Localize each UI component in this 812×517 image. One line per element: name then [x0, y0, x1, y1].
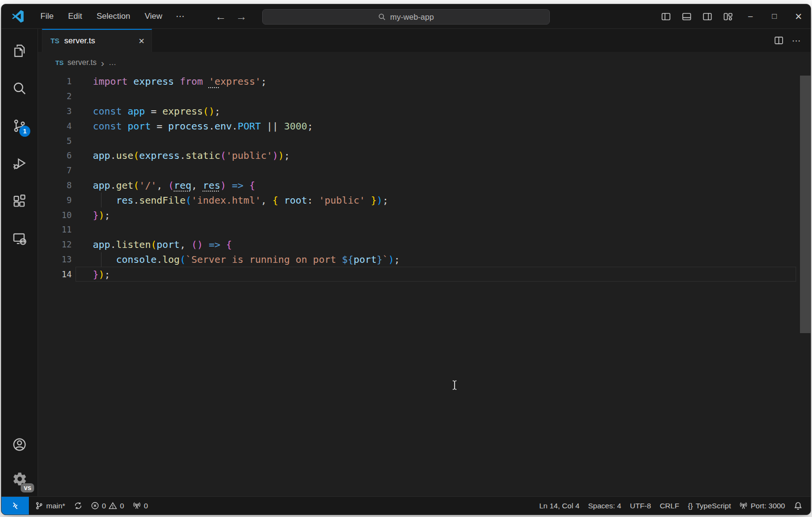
sync-changes-button[interactable] — [70, 497, 87, 515]
code-token: 'index.html' — [191, 194, 261, 206]
code-token: => — [209, 239, 220, 250]
code-token: = — [156, 120, 162, 132]
breadcrumb-symbol-more[interactable]: … — [109, 58, 116, 67]
code-token: , — [191, 180, 197, 191]
menu-file[interactable]: File — [34, 9, 60, 24]
code-line[interactable]: 13 console.log(`Server is running on por… — [38, 252, 811, 267]
code-token: express — [139, 150, 179, 161]
code-token: ( — [133, 150, 139, 161]
window-close-button[interactable]: ✕ — [787, 4, 811, 28]
code-token — [145, 105, 151, 117]
code-token — [122, 105, 127, 117]
code-token: ( — [191, 239, 197, 250]
code-line[interactable]: 10}); — [38, 207, 811, 222]
line-content: app.use(express.static('public')); — [72, 150, 290, 161]
code-token: ( — [186, 194, 191, 206]
line-content: app.get('/', (req, res) => { — [72, 180, 255, 191]
code-line[interactable]: 12app.listen(port, () => { — [38, 237, 811, 252]
window-minimize-button[interactable]: – — [738, 4, 762, 28]
error-count: 0 — [102, 502, 106, 510]
forwarded-ports-status[interactable]: 0 — [128, 497, 152, 515]
titlebar-right-controls: – □ ✕ — [656, 4, 811, 28]
window-maximize-button[interactable]: □ — [762, 4, 787, 28]
source-control-icon[interactable]: 1 — [1, 107, 38, 144]
split-editor-icon[interactable] — [771, 32, 787, 49]
port-forward-status[interactable]: Port: 3000 — [735, 497, 789, 515]
menu-view[interactable]: View — [138, 9, 169, 24]
code-token: app — [93, 150, 110, 161]
code-line[interactable]: 11 — [38, 222, 811, 237]
remote-indicator[interactable] — [1, 497, 29, 515]
line-content: app.listen(port, () => { — [72, 239, 232, 250]
navigate-forward-icon[interactable]: → — [236, 4, 247, 28]
extensions-icon[interactable] — [1, 182, 38, 220]
code-token: port — [354, 254, 377, 265]
toggle-sidebar-icon[interactable] — [656, 4, 676, 28]
code-token: ) — [99, 209, 104, 221]
settings-gear-icon[interactable]: vs — [1, 462, 38, 496]
explorer-icon[interactable] — [1, 32, 38, 69]
code-line[interactable]: 8app.get('/', (req, res) => { — [38, 178, 811, 193]
remote-icon — [11, 501, 20, 510]
code-line[interactable]: 7 — [38, 163, 811, 178]
eol-status[interactable]: CRLF — [655, 497, 683, 515]
navigate-back-icon[interactable]: ← — [215, 4, 226, 28]
code-token: ; — [382, 194, 388, 206]
menu-selection[interactable]: Selection — [90, 9, 137, 24]
code-token: ${ — [342, 254, 354, 265]
code-token: . — [232, 120, 238, 132]
vscode-logo-icon — [12, 10, 24, 23]
code-line[interactable]: 4const port = process.env.PORT || 3000; — [38, 118, 811, 133]
code-token: . — [133, 194, 139, 206]
problems-status[interactable]: 0 0 — [87, 497, 128, 515]
code-token: { — [226, 239, 232, 250]
code-token: static — [186, 150, 220, 161]
code-token: root — [284, 194, 307, 206]
remote-explorer-icon[interactable] — [1, 220, 38, 257]
code-token: ` — [382, 254, 388, 265]
git-branch-status[interactable]: main* — [31, 497, 70, 515]
customize-layout-icon[interactable] — [718, 4, 738, 28]
warning-count: 0 — [120, 502, 124, 510]
code-line[interactable]: 1import express from 'express'; — [38, 74, 811, 89]
toggle-secondary-sidebar-icon[interactable] — [697, 4, 718, 28]
encoding-status[interactable]: UTF-8 — [625, 497, 655, 515]
notifications-bell[interactable] — [789, 497, 807, 515]
command-center-search[interactable]: my-web-app — [262, 9, 550, 25]
line-number: 4 — [38, 121, 72, 131]
code-line[interactable]: 5 — [38, 133, 811, 148]
code-line[interactable]: 14}); — [38, 267, 811, 282]
language-text: TypeScript — [696, 502, 731, 510]
indentation-status[interactable]: Spaces: 4 — [584, 497, 626, 515]
menu-edit[interactable]: Edit — [61, 9, 89, 24]
editor-more-actions-icon[interactable]: ⋯ — [789, 35, 805, 46]
code-token: . — [156, 254, 162, 265]
code-line[interactable]: 3const app = express(); — [38, 104, 811, 119]
tab-server-ts[interactable]: TS server.ts ✕ — [42, 29, 152, 52]
code-token: { — [272, 194, 278, 206]
run-debug-icon[interactable] — [1, 144, 38, 182]
search-value: my-web-app — [390, 13, 434, 22]
code-token — [122, 120, 127, 132]
cursor-position-status[interactable]: Ln 14, Col 4 — [535, 497, 584, 515]
code-token: `Server is running on port — [186, 254, 342, 265]
code-line[interactable]: 9 res.sendFile('index.html', { root: 'pu… — [38, 193, 811, 207]
toggle-panel-icon[interactable] — [676, 4, 697, 28]
code-token: ) — [272, 150, 278, 161]
code-line[interactable]: 6app.use(express.static('public')); — [38, 148, 811, 163]
code-token — [186, 239, 191, 250]
code-token: 3000 — [284, 120, 307, 132]
code-token: port — [156, 239, 179, 250]
code-editor[interactable]: 1import express from 'express';23const a… — [38, 73, 811, 496]
editor-actions: ⋯ — [771, 29, 811, 52]
code-token: . — [110, 150, 116, 161]
accounts-icon[interactable] — [1, 427, 38, 462]
search-view-icon[interactable] — [1, 69, 38, 107]
code-line[interactable]: 2 — [38, 89, 811, 104]
menu-more-ellipsis[interactable]: ⋯ — [170, 9, 191, 24]
language-mode-status[interactable]: {} TypeScript — [684, 497, 736, 515]
editor-scrollbar[interactable] — [800, 76, 811, 333]
tab-close-icon[interactable]: ✕ — [136, 36, 148, 47]
code-token: ; — [104, 209, 110, 221]
breadcrumb-file[interactable]: server.ts — [67, 58, 96, 67]
